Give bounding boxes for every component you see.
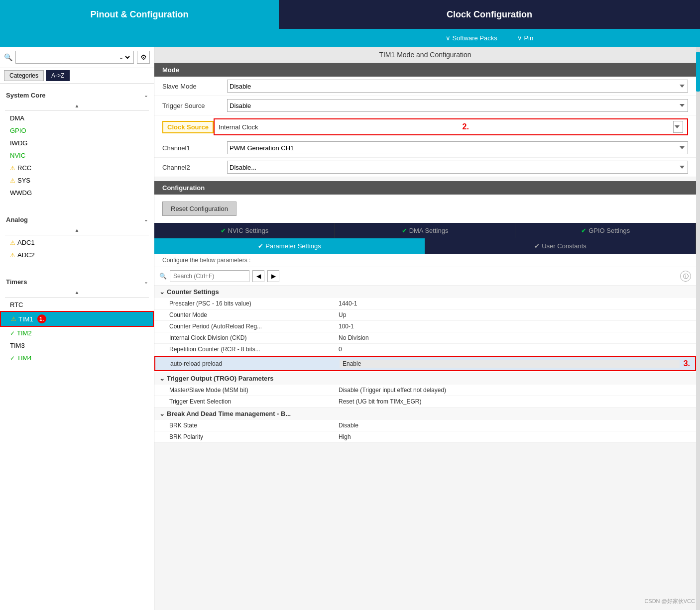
- params-info: Configure the below parameters :: [154, 254, 696, 267]
- sub-header-left: [0, 29, 279, 47]
- tim4-label: TIM4: [17, 354, 32, 362]
- break-dead-label: Break And Dead Time management - B...: [167, 410, 291, 417]
- clock-source-value: Internal Clock: [219, 123, 258, 131]
- param-row-trigger-event: Trigger Event Selection Reset (UG bit fr…: [154, 396, 696, 407]
- config-label: Configuration: [162, 184, 205, 192]
- header-clock[interactable]: Clock Configuration: [279, 0, 700, 29]
- params-search-bar: 🔍 ◀ ▶ ⓘ: [154, 267, 696, 286]
- sidebar-item-tim2[interactable]: ✓ TIM2: [0, 327, 154, 339]
- tab-atoz[interactable]: A->Z: [46, 70, 70, 81]
- sidebar-item-tim1[interactable]: ⚠ TIM1 1.: [0, 311, 154, 327]
- rcr-name: Repetition Counter (RCR - 8 bits...: [169, 346, 339, 353]
- tab-categories[interactable]: Categories: [4, 70, 44, 81]
- warning-icon-sys: ⚠: [10, 177, 15, 184]
- params-search-input[interactable]: [170, 270, 249, 282]
- section-system-core: System Core ⌄ ▲ DMA GPIO IWDG NVIC: [0, 89, 154, 199]
- nav-next-button[interactable]: ▶: [267, 270, 279, 282]
- tab-parameter-settings[interactable]: ✔ Parameter Settings: [154, 238, 425, 254]
- sidebar-item-rcc[interactable]: ⚠ RCC: [0, 162, 154, 174]
- section-header-analog[interactable]: Analog ⌄: [0, 213, 154, 226]
- sidebar-item-wwdg[interactable]: WWDG: [0, 187, 154, 199]
- info-button[interactable]: ⓘ: [680, 271, 691, 282]
- main-layout: 🔍 ⌄ ⚙ Categories A->Z System Core ⌄ ▲: [0, 47, 700, 610]
- warning-icon-adc2: ⚠: [10, 252, 15, 259]
- trigger-output-group: ⌄ Trigger Output (TRGO) Parameters Maste…: [154, 372, 696, 407]
- warning-icon-rcc: ⚠: [10, 165, 15, 172]
- scroll-up-arrow-timers: ▲: [0, 289, 154, 296]
- search-input[interactable]: [18, 54, 117, 61]
- mode-label: Mode: [162, 66, 179, 74]
- param-row-counter-period: Counter Period (AutoReload Reg... 100-1: [154, 321, 696, 332]
- wwdg-label: WWDG: [10, 189, 32, 197]
- trigger-source-select[interactable]: Disable: [227, 99, 688, 112]
- section-header-timers[interactable]: Timers ⌄: [0, 275, 154, 289]
- clock-source-value-box[interactable]: Internal Clock 2.: [214, 118, 688, 135]
- section-analog: Analog ⌄ ▲ ⚠ ADC1 ⚠ ADC2: [0, 213, 154, 261]
- nvic-label: NVIC: [10, 152, 25, 159]
- clock-source-select[interactable]: [673, 121, 683, 133]
- slave-mode-select[interactable]: Disable: [227, 80, 688, 93]
- sidebar-item-adc1[interactable]: ⚠ ADC1: [0, 236, 154, 249]
- trigger-source-row: Trigger Source Disable: [154, 96, 696, 115]
- tab-nvic-settings[interactable]: ✔ NVIC Settings: [154, 223, 335, 238]
- counter-mode-name: Counter Mode: [169, 311, 339, 318]
- prescaler-name: Prescaler (PSC - 16 bits value): [169, 300, 339, 307]
- right-scrollbar[interactable]: [696, 47, 700, 610]
- sidebar-item-adc2[interactable]: ⚠ ADC2: [0, 249, 154, 261]
- sidebar-item-gpio[interactable]: GPIO: [0, 124, 154, 137]
- channel2-select[interactable]: Disable...: [227, 161, 688, 174]
- channel2-row: Channel2 Disable...: [154, 158, 696, 177]
- software-packs-link[interactable]: ∨ Software Packs: [446, 34, 497, 42]
- channel1-select[interactable]: PWM Generation CH1: [227, 141, 688, 154]
- gpio-settings-label: GPIO Settings: [588, 227, 630, 234]
- badge-2: 2.: [463, 122, 469, 131]
- tabs-row-2: ✔ Parameter Settings ✔ User Constants: [154, 238, 696, 254]
- header-pinout[interactable]: Pinout & Configuration: [0, 0, 279, 29]
- scrollbar-thumb: [696, 52, 700, 92]
- sidebar-item-iwdg[interactable]: IWDG: [0, 137, 154, 149]
- system-core-label: System Core: [6, 92, 45, 99]
- dma-settings-label: DMA Settings: [409, 227, 449, 234]
- tab-user-constants[interactable]: ✔ User Constants: [425, 238, 696, 254]
- sub-header: ∨ Software Packs ∨ Pin: [0, 29, 700, 47]
- gear-button[interactable]: ⚙: [137, 51, 150, 64]
- nav-prev-button[interactable]: ◀: [252, 270, 264, 282]
- param-row-brk-polarity: BRK Polarity High: [154, 431, 696, 443]
- search-box[interactable]: ⌄: [15, 51, 134, 64]
- sidebar-item-tim4[interactable]: ✓ TIM4: [0, 352, 154, 364]
- sub-header-right: ∨ Software Packs ∨ Pin: [279, 29, 700, 47]
- sidebar-tabs: Categories A->Z: [0, 68, 154, 84]
- mode-section-header: Mode: [154, 63, 696, 77]
- search-dropdown[interactable]: ⌄: [117, 54, 131, 61]
- trigger-output-header[interactable]: ⌄ Trigger Output (TRGO) Parameters: [154, 372, 696, 385]
- pin-link[interactable]: ∨ Pin: [517, 34, 533, 42]
- tab-gpio-settings[interactable]: ✔ GPIO Settings: [515, 223, 696, 238]
- rtc-label: RTC: [10, 301, 23, 308]
- collapse-icon-break: ⌄: [159, 410, 165, 417]
- sidebar-item-dma[interactable]: DMA: [0, 112, 154, 124]
- trigger-event-value: Reset (UG bit from TIMx_EGR): [339, 398, 691, 405]
- trigger-event-name: Trigger Event Selection: [169, 398, 339, 405]
- search-icon-params: 🔍: [159, 273, 167, 280]
- brk-polarity-name: BRK Polarity: [169, 433, 339, 440]
- reset-config-button[interactable]: Reset Configuration: [162, 202, 236, 216]
- section-header-system-core[interactable]: System Core ⌄: [0, 89, 154, 102]
- tim2-label: TIM2: [17, 329, 32, 337]
- tab-dma-settings[interactable]: ✔ DMA Settings: [335, 223, 516, 238]
- brk-state-name: BRK State: [169, 422, 339, 429]
- tim1-label: TIM1: [18, 315, 33, 323]
- sidebar-item-sys[interactable]: ⚠ SYS: [0, 174, 154, 187]
- sidebar-item-rtc[interactable]: RTC: [0, 299, 154, 311]
- break-dead-header[interactable]: ⌄ Break And Dead Time management - B...: [154, 407, 696, 420]
- rcr-value: 0: [339, 346, 691, 353]
- sidebar-item-tim3[interactable]: TIM3: [0, 339, 154, 352]
- collapse-icon-trgo: ⌄: [159, 375, 165, 382]
- counter-settings-header[interactable]: ⌄ Counter Settings: [154, 286, 696, 298]
- adc2-label: ADC2: [17, 251, 35, 259]
- check-icon-tim2: ✓: [10, 330, 15, 337]
- slave-mode-label: Slave Mode: [162, 83, 227, 90]
- sidebar-item-nvic[interactable]: NVIC: [0, 149, 154, 162]
- mode-section: Slave Mode Disable Trigger Source Disabl…: [154, 77, 696, 177]
- param-row-brk-state: BRK State Disable: [154, 420, 696, 431]
- autoreload-value: Enable: [340, 360, 680, 368]
